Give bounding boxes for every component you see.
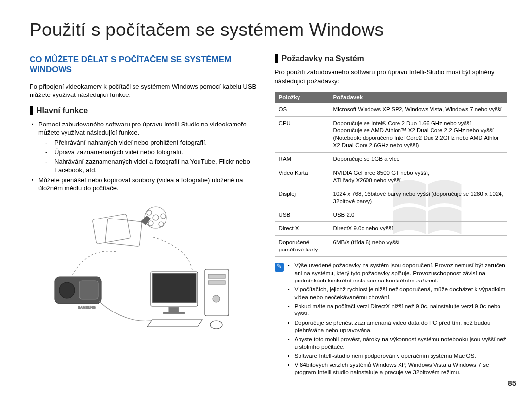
notes-list: Výše uvedené požadavky na systém jsou do… [288,262,507,378]
requirements-table: Položky Požadavek OSMicrosoft Windows XP… [275,92,507,257]
list-item: Výše uvedené požadavky na systém jsou do… [288,262,507,284]
list-item: Doporučuje se přenést zaznamenaná video … [288,319,507,335]
svg-point-3 [153,215,159,220]
sub-list: Přehrávání nahraných videí nebo prohlíže… [38,138,258,175]
two-column-layout: CO MŮŽETE DĚLAT S POČÍTAČEM SE SYSTÉMEM … [30,54,507,378]
illustration-svg: SAMSUNG [40,203,247,331]
notes-block: Výše uvedené požadavky na systém jsou do… [275,262,507,378]
column-left: CO MŮŽETE DĚLAT S POČÍTAČEM SE SYSTÉMEM … [30,54,258,378]
column-right: Požadavky na Systém Pro použití zabudova… [275,54,507,378]
sub-heading-main-functions: Hlavní funkce [30,106,258,115]
list-item: Přehrávání nahraných videí nebo prohlíže… [45,138,258,147]
list-item: Abyste toto mohli provést, nároky na výk… [288,336,507,351]
table-row: Video KartaNVIDIA GeForce 8500 GT nebo v… [275,166,507,187]
page-number: 85 [508,379,516,387]
svg-rect-17 [208,274,225,278]
svg-point-19 [213,295,220,302]
svg-rect-1 [105,218,142,246]
svg-rect-15 [163,312,185,314]
table-header-item: Položky [275,92,330,103]
document-page: Použití s počítačem se systémem Windows … [0,0,532,406]
svg-point-20 [210,321,222,329]
intro-text-left: Po připojení videokamery k počítači se s… [30,82,258,99]
list-item: Pokud máte na počítači verzi DirectX niž… [288,303,507,318]
svg-rect-10 [79,281,98,299]
svg-point-9 [59,282,75,298]
page-title: Použití s počítačem se systémem Windows [30,20,507,40]
list-item: Pomocí zabudovaného softwaru pro úpravu … [32,120,258,175]
table-row: RAMDoporučuje se 1GB a více [275,152,507,166]
note-pencil-icon [275,263,284,272]
list-item: Nahrávání zaznamenaných videí a fotograf… [45,157,258,175]
table-row: CPUDoporučuje se Intel® Core 2 Duo 1.66 … [275,117,507,153]
svg-rect-14 [169,307,179,312]
sub-heading-requirements: Požadavky na Systém [275,54,507,63]
list-item: Úprava zaznamenaných videí nebo fotograf… [45,148,258,156]
svg-point-7 [159,222,164,227]
svg-rect-13 [152,273,196,303]
table-row: Doporučené paměťové karty6MB/s (třída 6)… [275,236,507,257]
intro-text-right: Pro použití zabudovaného softwaru pro úp… [275,68,507,85]
list-item: V počítačích, jejichž rychlost je nižší … [288,286,507,301]
svg-rect-18 [208,281,225,284]
table-header-req: Požadavek [330,92,507,103]
camcorder-pc-illustration: SAMSUNG [30,203,258,331]
table-row: OSMicrosoft Windows XP SP2, Windows Vist… [275,103,507,116]
list-item: Software Intelli-studio není podporován … [288,352,507,360]
table-row: Displej1024 x 768, 16bitové barvy nebo v… [275,187,507,208]
svg-point-5 [147,210,152,215]
table-row: USBUSB 2.0 [275,208,507,222]
list-item: V 64bitových verzích systémů Windows XP,… [288,361,507,376]
section-heading-left: CO MŮŽETE DĚLAT S POČÍTAČEM SE SYSTÉMEM … [30,54,258,75]
svg-point-6 [148,221,153,226]
list-item: Můžete přenášet nebo kopírovat soubory (… [32,176,258,193]
svg-point-4 [161,214,166,219]
svg-rect-0 [92,214,131,244]
main-functions-list: Pomocí zabudovaného softwaru pro úpravu … [30,120,258,193]
table-row: Direct XDirectX 9.0c nebo vyšší [275,222,507,236]
svg-text:SAMSUNG: SAMSUNG [78,306,96,309]
